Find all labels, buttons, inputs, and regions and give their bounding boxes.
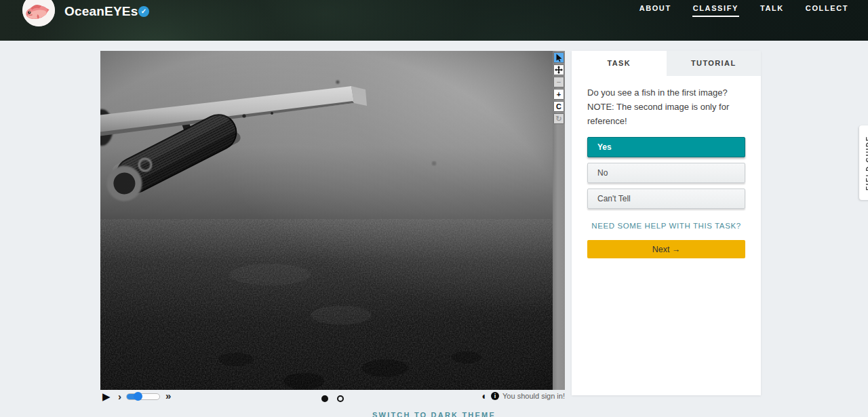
viewer-right-tools: ◐ i You should sign in! (482, 391, 565, 401)
signin-note: You should sign in! (502, 392, 565, 400)
zoom-out-button[interactable]: − (553, 77, 564, 87)
task-note: NOTE: The second image is only for refer… (587, 100, 745, 129)
nav-item-collect[interactable]: COLLECT (805, 2, 849, 17)
answer-list: Yes No Can't Tell (587, 137, 745, 209)
task-tabs: TASK TUTORIAL (572, 51, 761, 76)
rotate-button[interactable]: C (553, 101, 564, 112)
viewer-toolbar: − + C ↻ (553, 51, 565, 390)
frame-2-dot[interactable] (337, 395, 344, 402)
fish-avatar-image (22, 0, 55, 26)
tab-tutorial[interactable]: TUTORIAL (667, 51, 762, 76)
nav-item-about[interactable]: ABOUT (639, 2, 672, 17)
minus-icon: − (557, 79, 561, 86)
verified-badge-icon: ✓ (138, 6, 149, 17)
rotate-icon: C (556, 103, 561, 111)
need-help-link[interactable]: NEED SOME HELP WITH THIS TASK? (587, 222, 745, 230)
field-guide-label: FIELD GUIDE (865, 136, 868, 191)
project-avatar[interactable] (22, 0, 55, 26)
site-header: OceanEYEs ✓ ABOUT CLASSIFY TALK COLLECT (0, 0, 868, 41)
tab-task[interactable]: TASK (572, 51, 667, 76)
task-question: Do you see a fish in the first image? (587, 86, 745, 100)
answer-no-button[interactable]: No (587, 163, 745, 183)
info-icon[interactable]: i (491, 392, 499, 400)
zoom-in-button[interactable]: + (553, 89, 564, 100)
pan-tool[interactable] (553, 64, 564, 75)
frame-1-dot[interactable] (321, 395, 328, 402)
plus-icon: + (557, 91, 561, 98)
subject-image-viewer[interactable] (100, 51, 553, 390)
move-icon (555, 66, 563, 74)
main-nav: ABOUT CLASSIFY TALK COLLECT (639, 2, 849, 17)
nav-item-talk[interactable]: TALK (760, 2, 785, 17)
project-title[interactable]: OceanEYEs (64, 4, 138, 19)
annotate-cursor-tool[interactable] (553, 52, 564, 63)
answer-cant-tell-button[interactable]: Can't Tell (587, 188, 745, 209)
task-body: Do you see a fish in the first image? NO… (572, 76, 761, 258)
reset-view-button[interactable]: ↻ (553, 113, 564, 124)
task-panel: TASK TUTORIAL Do you see a fish in the f… (572, 51, 761, 395)
field-guide-tab[interactable]: FIELD GUIDE (859, 125, 868, 200)
invert-contrast-icon[interactable]: ◐ (482, 391, 488, 401)
underwater-subject-image (100, 51, 553, 390)
refresh-icon: ↻ (555, 115, 561, 123)
theme-toggle-link[interactable]: SWITCH TO DARK THEME (0, 411, 868, 417)
cursor-arrow-icon (555, 54, 563, 62)
next-button[interactable]: Next → (587, 240, 745, 258)
nav-item-classify[interactable]: CLASSIFY (692, 2, 739, 17)
viewer-controls: ▶ › » ◐ i You should sign in! (100, 391, 565, 404)
answer-yes-button[interactable]: Yes (587, 137, 745, 157)
